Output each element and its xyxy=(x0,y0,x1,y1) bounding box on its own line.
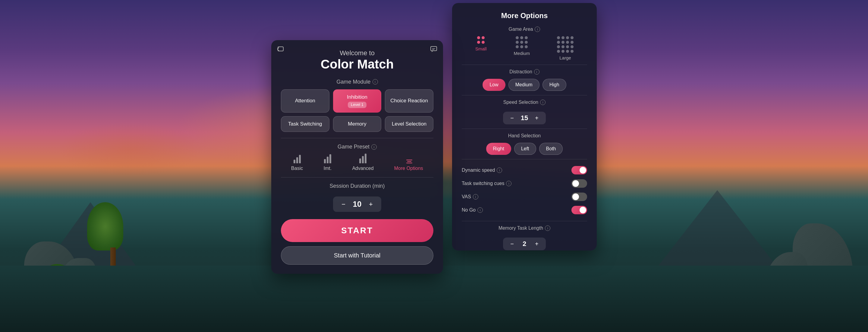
ui-layer: Welcome to Color Match Game Module i Att… xyxy=(0,0,868,332)
divider-2 xyxy=(281,177,433,177)
hand-right-btn[interactable]: Right xyxy=(486,143,511,155)
no-go-info-icon[interactable]: i xyxy=(477,208,483,213)
options-divider-3 xyxy=(462,129,587,129)
dynamic-speed-thumb xyxy=(580,167,586,173)
task-switching-cues-info-icon[interactable]: i xyxy=(506,181,512,186)
options-panel: More Options Game Area i Small Mediu xyxy=(452,3,597,250)
game-area-info-icon[interactable]: i xyxy=(535,27,540,32)
module-btn-memory[interactable]: Memory xyxy=(333,116,381,132)
duration-section: Session Duration (min) − 10 + xyxy=(281,183,433,212)
hand-both-btn[interactable]: Both xyxy=(539,143,563,155)
memory-stepper: − 2 + xyxy=(503,238,546,250)
no-go-label: No Go i xyxy=(462,208,483,213)
small-label: Small xyxy=(475,46,487,51)
no-go-thumb xyxy=(580,207,586,213)
memory-decrease-btn[interactable]: − xyxy=(509,241,515,247)
speed-info-icon[interactable]: i xyxy=(540,100,546,105)
task-switching-cues-toggle[interactable] xyxy=(571,179,587,188)
no-go-toggle[interactable] xyxy=(571,206,587,214)
preset-more-options[interactable]: More Options xyxy=(394,160,423,171)
distraction-high-btn[interactable]: High xyxy=(542,79,566,91)
hand-selection-label: Hand Selection xyxy=(462,133,587,139)
options-divider-4 xyxy=(462,159,587,159)
speed-stepper: − 15 + xyxy=(503,112,546,124)
speed-value: 15 xyxy=(520,114,529,122)
imt-bar-icon xyxy=(324,154,331,163)
duration-decrease-btn[interactable]: − xyxy=(340,201,347,208)
preset-row: Basic Imt. Advanced xyxy=(281,154,433,171)
memory-stepper-container: − 2 + xyxy=(462,235,587,250)
distraction-info-icon[interactable]: i xyxy=(534,69,539,75)
preset-imt[interactable]: Imt. xyxy=(323,154,332,171)
module-btn-attention[interactable]: Attention xyxy=(281,89,330,113)
advanced-label: Advanced xyxy=(352,166,373,171)
more-options-filter-icon xyxy=(405,160,412,163)
memory-value: 2 xyxy=(520,240,529,248)
speed-selection-label: Speed Selection i xyxy=(462,100,587,105)
large-label: Large xyxy=(559,55,571,60)
tutorial-button[interactable]: Start with Tutorial xyxy=(281,246,433,265)
game-area-row: Small Medium Large xyxy=(462,36,587,60)
back-icon[interactable] xyxy=(277,46,284,55)
dynamic-speed-row: Dynamic speed i xyxy=(462,164,587,177)
distraction-low-btn[interactable]: Low xyxy=(483,79,505,91)
game-module-label: Game Module i xyxy=(281,79,433,85)
game-area-small[interactable]: Small xyxy=(475,36,487,51)
more-options-label: More Options xyxy=(394,166,423,171)
task-switching-cues-row: Task switching cues i xyxy=(462,177,587,190)
task-switching-cues-thumb xyxy=(572,180,579,187)
speed-decrease-btn[interactable]: − xyxy=(509,115,515,121)
duration-value: 10 xyxy=(352,199,362,209)
dynamic-speed-label: Dynamic speed i xyxy=(462,167,502,173)
duration-stepper: − 10 + xyxy=(333,196,381,212)
medium-dot-grid xyxy=(516,36,528,48)
session-duration-label: Session Duration (min) xyxy=(281,183,433,189)
vas-thumb xyxy=(572,193,579,200)
module-btn-level-selection[interactable]: Level Selection xyxy=(385,116,433,132)
vas-label: VAS i xyxy=(462,194,478,199)
hand-toggle-row: Right Left Both xyxy=(462,143,587,155)
basic-bar-icon xyxy=(293,154,301,163)
game-area-label: Game Area i xyxy=(462,27,587,32)
dialog-header: Welcome to Color Match xyxy=(281,49,433,72)
task-switching-cues-label: Task switching cues i xyxy=(462,181,512,186)
game-area-large[interactable]: Large xyxy=(557,36,574,60)
preset-basic[interactable]: Basic xyxy=(291,154,303,171)
dynamic-speed-toggle[interactable] xyxy=(571,166,587,174)
basic-label: Basic xyxy=(291,166,303,171)
distraction-toggle-row: Low Medium High xyxy=(462,79,587,91)
module-btn-inhibition[interactable]: Inhibition Level 1 xyxy=(333,89,381,113)
distraction-medium-btn[interactable]: Medium xyxy=(508,79,539,91)
module-btn-task-switching[interactable]: Task Switching xyxy=(281,116,330,132)
small-dot-grid xyxy=(477,36,485,44)
duration-increase-btn[interactable]: + xyxy=(368,201,374,208)
memory-increase-btn[interactable]: + xyxy=(534,241,540,247)
chat-icon[interactable] xyxy=(430,46,437,54)
large-dot-grid xyxy=(557,36,574,53)
vas-row: VAS i xyxy=(462,190,587,203)
preset-advanced[interactable]: Advanced xyxy=(352,154,373,171)
distraction-label: Distraction i xyxy=(462,69,587,75)
hand-left-btn[interactable]: Left xyxy=(514,143,536,155)
game-area-medium[interactable]: Medium xyxy=(514,36,530,56)
memory-task-info-icon[interactable]: i xyxy=(545,225,550,231)
game-preset-label: Game Preset i xyxy=(281,144,433,150)
app-title: Color Match xyxy=(281,57,433,72)
game-module-info-icon[interactable]: i xyxy=(373,79,378,84)
game-preset-info-icon[interactable]: i xyxy=(371,144,377,150)
dynamic-speed-info-icon[interactable]: i xyxy=(497,167,502,173)
module-btn-choice-reaction[interactable]: Choice Reaction xyxy=(385,89,433,113)
medium-label: Medium xyxy=(514,51,530,56)
advanced-bar-icon xyxy=(359,154,367,163)
options-title: More Options xyxy=(462,11,587,20)
options-divider-1 xyxy=(462,64,587,65)
vas-info-icon[interactable]: i xyxy=(473,194,478,199)
vas-toggle[interactable] xyxy=(571,193,587,201)
divider-1 xyxy=(281,138,433,138)
options-divider-2 xyxy=(462,95,587,95)
start-button[interactable]: START xyxy=(281,219,433,242)
speed-stepper-container: − 15 + xyxy=(462,109,587,124)
speed-increase-btn[interactable]: + xyxy=(534,115,540,121)
module-grid: Attention Inhibition Level 1 Choice Reac… xyxy=(281,89,433,132)
main-dialog: Welcome to Color Match Game Module i Att… xyxy=(271,40,443,274)
